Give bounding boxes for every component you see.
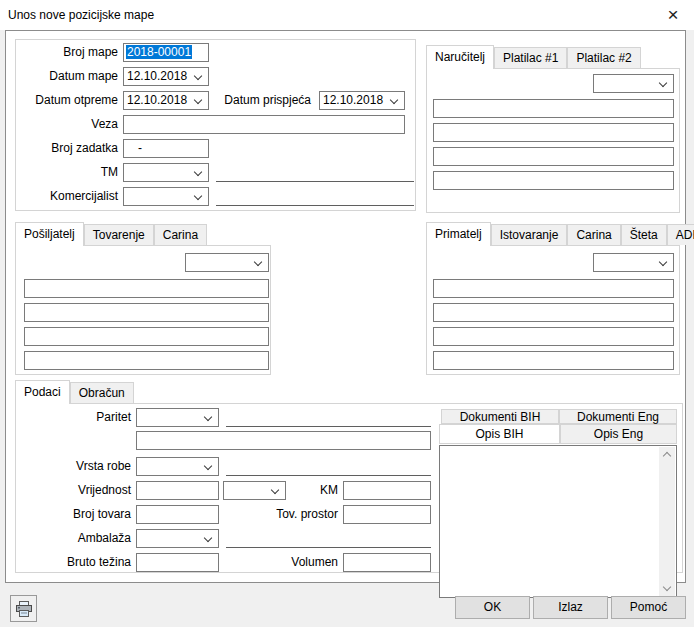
- chevron-down-icon: [659, 79, 667, 87]
- chevron-down-icon: [659, 258, 667, 266]
- ambalaza-label: Ambalaža: [16, 529, 131, 548]
- chevron-down-icon: [254, 258, 262, 266]
- datum-prispjeca-label: Datum prispjeća: [201, 91, 311, 110]
- tab-carina-right[interactable]: Carina: [567, 224, 620, 245]
- printer-icon: [15, 601, 33, 617]
- datum-mape-label: Datum mape: [6, 67, 118, 86]
- broj-tovara-label: Broj tovara: [16, 505, 131, 524]
- veza-label: Veza: [6, 115, 118, 134]
- chevron-down-icon: [194, 192, 202, 200]
- tov-prostor-input[interactable]: [343, 505, 431, 524]
- tab-obracun[interactable]: Obračun: [70, 382, 134, 403]
- datum-otpreme-select[interactable]: 12.10.2018: [123, 91, 209, 110]
- broj-tovara-input[interactable]: [136, 505, 219, 524]
- ambalaza-description-underline-field: [226, 547, 431, 548]
- primatelj-line3-input[interactable]: [433, 327, 674, 346]
- ok-button[interactable]: OK: [455, 596, 530, 619]
- vrijednost-input[interactable]: [136, 481, 219, 500]
- km-input[interactable]: [343, 481, 431, 500]
- datum-otpreme-label: Datum otpreme: [6, 91, 118, 110]
- tab-podaci[interactable]: Podaci: [15, 380, 70, 404]
- posiljatelj-line2-input[interactable]: [24, 303, 269, 322]
- datum-mape-select[interactable]: 12.10.2018: [123, 67, 209, 86]
- chevron-down-icon: [204, 534, 212, 542]
- tm-description-underline-field: [216, 181, 414, 182]
- posiljatelj-tabrow: Pošiljatelj Tovarenje Carina: [15, 222, 207, 246]
- pomoc-button[interactable]: Pomoć: [611, 596, 686, 619]
- opis-scrollbar[interactable]: [659, 447, 675, 596]
- primatelj-line4-input[interactable]: [433, 351, 674, 370]
- paritet-description-underline-field: [226, 426, 431, 427]
- tab-primatelj[interactable]: Primatelj: [426, 222, 491, 246]
- paritet-label: Paritet: [16, 408, 131, 427]
- narucitelj-line4-input[interactable]: [433, 171, 674, 190]
- title-bar: Unos nove pozicijske mape ×: [0, 0, 694, 30]
- datum-prispjeca-select[interactable]: 12.10.2018: [319, 91, 405, 110]
- bruto-tezina-label: Bruto težina: [16, 553, 131, 572]
- broj-zadatka-input[interactable]: -: [123, 139, 209, 158]
- narucitelj-select[interactable]: [593, 74, 674, 93]
- window-title: Unos nove pozicijske mape: [8, 8, 154, 22]
- content-frame: Broj mape 2018-00001 Datum mape 12.10.20…: [5, 30, 686, 583]
- chevron-down-icon: [204, 413, 212, 421]
- posiljatelj-select[interactable]: [185, 253, 269, 272]
- primatelj-select[interactable]: [593, 253, 674, 272]
- close-icon[interactable]: ×: [658, 2, 688, 28]
- print-button[interactable]: [10, 595, 37, 622]
- bruto-tezina-input[interactable]: [136, 553, 219, 572]
- tab-platilac-2[interactable]: Platilac #2: [567, 47, 640, 68]
- broj-mape-input[interactable]: 2018-00001: [123, 43, 209, 62]
- ambalaza-select[interactable]: [136, 529, 219, 548]
- tab-platilac-1[interactable]: Platilac #1: [494, 47, 567, 68]
- komercijalist-label: Komercijalist: [6, 187, 118, 206]
- tab-opis-eng[interactable]: Opis Eng: [560, 424, 677, 444]
- posiljatelj-line4-input[interactable]: [24, 351, 269, 370]
- narucitelj-tabrow: Naručitelj Platilac #1 Platilac #2: [426, 45, 641, 69]
- broj-mape-label: Broj mape: [6, 43, 118, 62]
- narucitelj-line2-input[interactable]: [433, 123, 674, 142]
- tab-tovarenje[interactable]: Tovarenje: [84, 224, 154, 245]
- tab-steta[interactable]: Šteta: [621, 224, 667, 245]
- volumen-input[interactable]: [343, 553, 431, 572]
- narucitelj-line3-input[interactable]: [433, 147, 674, 166]
- narucitelj-line1-input[interactable]: [433, 99, 674, 118]
- tab-narucitelj[interactable]: Naručitelj: [426, 45, 494, 69]
- scroll-down-icon[interactable]: [659, 580, 675, 596]
- primatelj-line2-input[interactable]: [433, 303, 674, 322]
- paritet-select[interactable]: [136, 408, 219, 427]
- vrsta-robe-description-underline-field: [226, 475, 431, 476]
- opis-bih-textarea[interactable]: [439, 445, 677, 598]
- vrijednost-label: Vrijednost: [16, 481, 131, 500]
- tm-select[interactable]: [123, 163, 209, 182]
- tab-istovaranje[interactable]: Istovaranje: [491, 224, 568, 245]
- posiljatelj-line1-input[interactable]: [24, 279, 269, 298]
- dialog-unos-nove-pozicijske-mape: Unos nove pozicijske mape × Broj mape 20…: [0, 0, 694, 627]
- tov-prostor-label: Tov. prostor: [239, 505, 338, 524]
- broj-zadatka-label: Broj zadatka: [6, 139, 118, 158]
- tab-adr[interactable]: ADR: [667, 224, 694, 245]
- vrsta-robe-label: Vrsta robe: [16, 457, 131, 476]
- broj-mape-selected-text: 2018-00001: [126, 45, 192, 59]
- tab-carina-left[interactable]: Carina: [154, 224, 207, 245]
- tab-posiljatelj[interactable]: Pošiljatelj: [15, 222, 84, 246]
- chevron-down-icon: [194, 168, 202, 176]
- chevron-down-icon: [204, 462, 212, 470]
- tm-label: TM: [6, 163, 118, 182]
- tab-dokumenti-eng[interactable]: Dokumenti Eng: [559, 409, 677, 424]
- chevron-down-icon: [390, 96, 398, 104]
- komercijalist-description-underline-field: [216, 205, 414, 206]
- volumen-label: Volumen: [239, 553, 338, 572]
- tab-opis-bih[interactable]: Opis BIH: [439, 424, 560, 444]
- komercijalist-select[interactable]: [123, 187, 209, 206]
- km-label: KM: [239, 481, 338, 500]
- posiljatelj-line3-input[interactable]: [24, 327, 269, 346]
- scroll-up-icon[interactable]: [659, 447, 675, 463]
- veza-input[interactable]: [123, 115, 405, 134]
- paritet-extra-input[interactable]: [136, 431, 431, 450]
- primatelj-line1-input[interactable]: [433, 279, 674, 298]
- chevron-down-icon: [194, 72, 202, 80]
- tab-dokumenti-bih[interactable]: Dokumenti BIH: [441, 409, 559, 424]
- izlaz-button[interactable]: Izlaz: [533, 596, 608, 619]
- vrsta-robe-select[interactable]: [136, 457, 219, 476]
- podaci-tabrow: Podaci Obračun: [15, 380, 134, 404]
